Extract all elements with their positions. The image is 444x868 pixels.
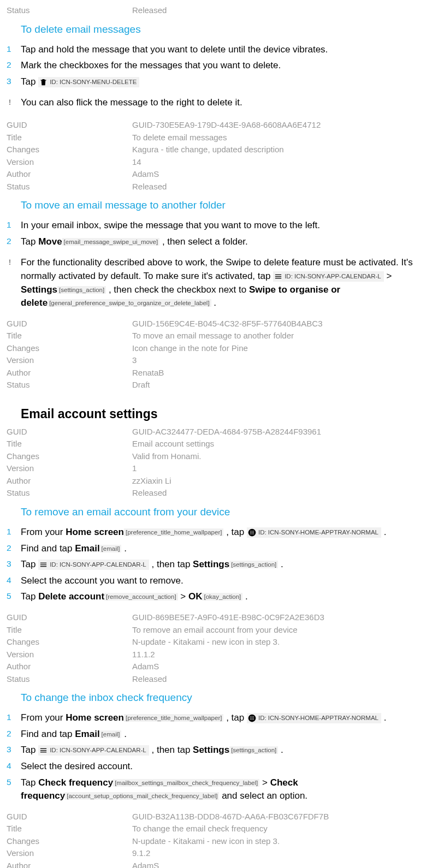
section-heading-delete: To delete email messages [21,23,437,35]
step: 2Tap Move[email_message_swipe_ui_move] ,… [7,235,437,249]
meta-table: GUIDGUID-B32A113B-DDD8-467D-AA6A-FB03C67… [7,811,437,868]
meta-table: GUIDGUID-869BE5E7-A9F0-491E-B98C-0C9F2A2… [7,611,437,685]
apptray-icon: ID: ICN-SONY-HOME-APPTRAY-NORMAL [247,527,381,538]
steps-list: 1Tap and hold the message that you want … [7,43,437,89]
meta-label: Status [7,4,132,17]
step: 3Tap ID: ICN-SONY-APP-CALENDAR-L , then … [7,744,437,757]
apptray-icon: ID: ICN-SONY-HOME-APPTRAY-NORMAL [247,713,381,723]
meta-table: StatusReleased [7,4,437,17]
step: 1Tap and hold the message that you want … [7,43,437,57]
step: 5Tap Delete account[remove_account_actio… [7,590,437,604]
step: 2Find and tap Email[email] . [7,542,437,556]
step: 3Tap ID: ICN-SONY-APP-CALENDAR-L , then … [7,558,437,572]
step: 1From your Home screen[preference_title_… [7,526,437,539]
step: 4Select the account you want to remove. [7,574,437,588]
steps-list: 1From your Home screen[preference_title_… [7,711,437,803]
steps-list: 1In your email inbox, swipe the message … [7,219,437,248]
menu-icon: ID: ICN-SONY-APP-CALENDAR-L [273,271,384,282]
step: 1In your email inbox, swipe the message … [7,219,437,233]
meta-table: GUIDGUID-156E9C4E-B045-4C32-8F5F-577640B… [7,318,437,391]
section-heading-move: To move an email message to another fold… [21,199,437,211]
note: You can also flick the message to the ri… [7,96,437,111]
note: For the functionality described above to… [7,256,437,310]
meta-table: GUIDGUID-730E5EA9-179D-443E-9A68-6608AA6… [7,119,437,193]
step: 5Tap Check frequency[mailbox_settings_ma… [7,776,437,803]
step: 1From your Home screen[preference_title_… [7,711,437,725]
step: 2Mark the checkboxes for the messages th… [7,59,437,73]
meta-value: Released [132,4,437,17]
section-heading-check-frequency: To change the inbox check frequency [21,692,437,704]
step: 4Select the desired account. [7,760,437,774]
section-heading-account-settings: Email account settings [21,407,437,421]
section-heading-remove-account: To remove an email account from your dev… [21,506,437,518]
menu-icon: ID: ICN-SONY-APP-CALENDAR-L [38,745,149,756]
warning-icon [7,96,21,111]
meta-table: GUIDGUID-AC324477-DEDA-4684-975B-A28244F… [7,426,437,500]
step: 2Find and tap Email[email] . [7,728,437,741]
step: 3Tap ID: ICN-SONY-MENU-DELETE [7,75,437,89]
trash-icon: ID: ICN-SONY-MENU-DELETE [38,77,139,87]
warning-icon [7,256,21,310]
menu-icon: ID: ICN-SONY-APP-CALENDAR-L [38,560,149,570]
steps-list: 1From your Home screen[preference_title_… [7,526,437,604]
